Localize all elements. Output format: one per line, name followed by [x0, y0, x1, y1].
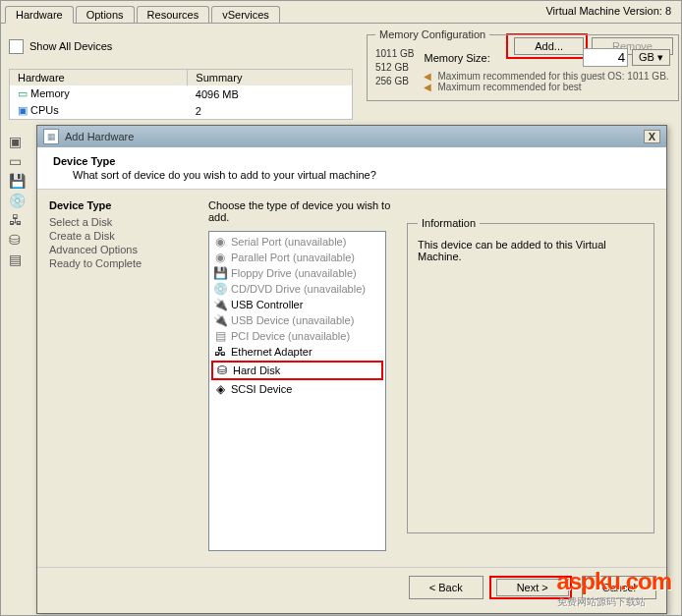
triangle-icon: ◀: [424, 71, 431, 82]
device-type-panel: Choose the type of device you wish to ad…: [208, 190, 395, 567]
tab-options[interactable]: Options: [76, 6, 135, 23]
mem-rec-text: Maximum recommended for best: [437, 82, 581, 92]
device-icon: ▣: [9, 134, 26, 149]
memory-config-title: Memory Configuration: [375, 28, 489, 40]
row-value: 4096 MB: [188, 85, 353, 102]
device-icon: ⛁: [9, 232, 26, 248]
memory-icon: ▭: [18, 87, 28, 99]
memory-scale: 1011 GB 512 GB 256 GB: [375, 48, 414, 92]
device-icon: 🖧: [9, 212, 26, 228]
device-item-icon: ⛁: [215, 364, 229, 377]
device-item-label: Ethernet Adapter: [231, 346, 313, 358]
memory-config-group: Memory Configuration 1011 GB 512 GB 256 …: [367, 28, 679, 101]
wizard-steps: Device Type Select a Disk Create a Disk …: [37, 190, 208, 567]
device-item-icon: ▤: [213, 329, 227, 343]
add-hardware-dialog: ▦ Add Hardware X Device Type What sort o…: [36, 125, 667, 614]
dialog-titlebar[interactable]: ▦ Add Hardware X: [37, 126, 666, 147]
device-item-label: Hard Disk: [233, 364, 280, 376]
show-all-label: Show All Devices: [29, 40, 112, 52]
device-item-label: Parallel Port (unavailable): [231, 252, 355, 263]
device-icons-sidebar: ▣ ▭ 💾 💿 🖧 ⛁ ▤: [9, 134, 26, 267]
show-all-checkbox[interactable]: [9, 39, 24, 54]
table-row[interactable]: ▭ Memory 4096 MB: [10, 85, 353, 102]
dialog-header: Device Type What sort of device do you w…: [37, 147, 666, 190]
device-item: 🔌USB Device (unavailable): [211, 312, 383, 328]
row-name: CPUs: [30, 104, 59, 116]
watermark-main: aspku.com: [557, 568, 671, 594]
dialog-header-sub: What sort of device do you wish to add t…: [73, 169, 651, 181]
cpu-icon: ▣: [18, 104, 28, 116]
hardware-table: Hardware Summary ▭ Memory 4096 MB ▣ CPUs…: [9, 69, 353, 120]
device-item-icon: 💾: [213, 266, 227, 280]
watermark: aspku.com 免费网站源码下载站: [557, 568, 671, 609]
device-icon: 💿: [9, 193, 26, 208]
back-button[interactable]: < Back: [409, 576, 483, 599]
mem-tick: 1011 GB: [375, 48, 414, 59]
device-item-label: Serial Port (unavailable): [231, 236, 346, 248]
tab-resources[interactable]: Resources: [137, 6, 210, 23]
mem-rec-text: Maximum recommended for this guest OS: 1…: [437, 71, 668, 82]
device-item-icon: 🔌: [213, 298, 227, 311]
info-text: This device can be added to this Virtual…: [418, 239, 644, 262]
close-icon[interactable]: X: [644, 130, 660, 143]
device-item[interactable]: 🔌USB Controller: [211, 297, 383, 312]
dialog-header-title: Device Type: [53, 155, 651, 167]
device-item-icon: ◈: [213, 382, 227, 396]
device-item[interactable]: ◈SCSI Device: [211, 381, 383, 397]
dialog-icon: ▦: [43, 129, 59, 144]
device-item-icon: 💿: [213, 282, 227, 296]
mem-tick: 512 GB: [375, 62, 414, 73]
device-item: ◉Parallel Port (unavailable): [211, 250, 383, 265]
device-list[interactable]: ◉Serial Port (unavailable)◉Parallel Port…: [208, 231, 386, 551]
device-item-label: PCI Device (unavailable): [231, 330, 350, 342]
col-hardware[interactable]: Hardware: [10, 70, 188, 86]
row-value: 2: [188, 102, 353, 120]
device-item-icon: ◉: [213, 235, 227, 249]
vm-settings-window: Hardware Options Resources vServices Vir…: [0, 0, 682, 616]
watermark-sub: 免费网站源码下载站: [557, 595, 671, 609]
device-item: ◉Serial Port (unavailable): [211, 234, 383, 250]
device-item[interactable]: ⛁Hard Disk: [213, 363, 381, 378]
memory-size-input[interactable]: [583, 48, 628, 67]
device-item: ▤PCI Device (unavailable): [211, 328, 383, 344]
device-item: 💾Floppy Drive (unavailable): [211, 265, 383, 281]
device-type-instruction: Choose the type of device you wish to ad…: [208, 199, 395, 223]
wizard-step-current: Device Type: [49, 199, 197, 211]
device-item-icon: ◉: [213, 251, 227, 264]
dialog-title-text: Add Hardware: [65, 131, 134, 142]
tab-vservices[interactable]: vServices: [211, 6, 280, 23]
memory-unit-select[interactable]: GB ▾: [632, 49, 670, 66]
row-name: Memory: [30, 87, 70, 99]
vm-version-label: Virtual Machine Version: 8: [545, 5, 671, 17]
device-item: 💿CD/DVD Drive (unavailable): [211, 281, 383, 297]
device-item-label: CD/DVD Drive (unavailable): [231, 283, 366, 295]
triangle-icon: ◀: [424, 82, 431, 92]
memory-size-label: Memory Size:: [424, 52, 489, 64]
mem-tick: 256 GB: [375, 76, 414, 86]
device-item-icon: 🖧: [213, 345, 227, 359]
device-icon: 💾: [9, 173, 26, 189]
device-item[interactable]: 🖧Ethernet Adapter: [211, 344, 383, 360]
device-item-label: SCSI Device: [231, 383, 292, 395]
device-icon: ▤: [9, 252, 26, 267]
tab-hardware[interactable]: Hardware: [5, 6, 74, 24]
col-summary[interactable]: Summary: [188, 70, 353, 86]
info-panel: Information This device can be added to …: [395, 190, 666, 567]
wizard-step[interactable]: Advanced Options: [49, 243, 197, 256]
info-title: Information: [418, 217, 480, 229]
device-item-icon: 🔌: [213, 313, 227, 327]
device-item-label: USB Device (unavailable): [231, 314, 354, 326]
wizard-step[interactable]: Select a Disk: [49, 215, 197, 229]
wizard-step[interactable]: Ready to Complete: [49, 256, 197, 270]
wizard-step[interactable]: Create a Disk: [49, 229, 197, 243]
table-row[interactable]: ▣ CPUs 2: [10, 102, 353, 120]
device-item-label: USB Controller: [231, 299, 303, 310]
device-item-label: Floppy Drive (unavailable): [231, 267, 357, 279]
device-icon: ▭: [9, 153, 26, 169]
